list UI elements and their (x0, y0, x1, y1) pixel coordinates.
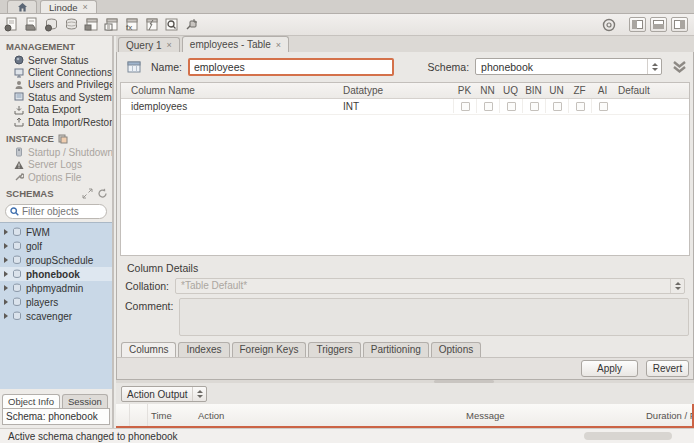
column-row-idemployees[interactable]: idemployees INT (121, 99, 689, 115)
header-bin[interactable]: BIN (522, 85, 545, 96)
schema-item-golf[interactable]: golf (0, 239, 112, 253)
toolbar-right-group (597, 16, 694, 33)
refresh-schemas-icon[interactable] (97, 188, 108, 199)
new-sql-tab-icon[interactable] (3, 16, 20, 33)
header-zf[interactable]: ZF (568, 85, 591, 96)
toggle-left-panel-button[interactable] (629, 17, 646, 32)
table-name-input[interactable] (188, 58, 394, 76)
tab-indexes[interactable]: Indexes (178, 342, 229, 357)
user-icon (14, 80, 24, 90)
schema-icon (12, 283, 22, 293)
expander-icon[interactable] (4, 271, 8, 277)
schema-item-players[interactable]: players (0, 295, 112, 309)
create-procedure-icon[interactable] (103, 16, 120, 33)
close-icon[interactable]: × (83, 2, 88, 12)
stepper-icon[interactable] (670, 279, 684, 293)
collation-select[interactable]: *Table Default* (175, 278, 685, 294)
header-nn[interactable]: NN (476, 85, 499, 96)
uq-checkbox[interactable] (507, 102, 516, 111)
tab-partitioning[interactable]: Partitioning (363, 342, 429, 357)
sidebar-item-data-export[interactable]: Data Export (0, 104, 112, 116)
create-table-icon[interactable] (63, 16, 80, 33)
comment-textarea[interactable] (179, 298, 689, 336)
sidebar-item-status-system-variables[interactable]: Status and System Variables (0, 91, 112, 103)
expander-icon[interactable] (4, 313, 8, 319)
sidebar-item-users-and-privileges[interactable]: Users and Privileges (0, 79, 112, 91)
header-uq[interactable]: UQ (499, 85, 522, 96)
collapse-chevrons-icon[interactable] (672, 60, 687, 74)
schema-select[interactable]: phonebook (475, 58, 662, 75)
expander-icon[interactable] (4, 229, 8, 235)
object-info-panel: Schema: phonebook (2, 408, 110, 425)
horizontal-scrollbar-thumb[interactable] (584, 432, 672, 440)
expander-icon[interactable] (4, 299, 8, 305)
create-schema-icon[interactable] (43, 16, 60, 33)
pk-checkbox[interactable] (461, 102, 470, 111)
expander-icon[interactable] (4, 257, 8, 263)
home-tab[interactable] (7, 0, 37, 13)
schema-filter-input[interactable] (22, 206, 100, 217)
tab-triggers[interactable]: Triggers (308, 342, 360, 357)
create-view-icon[interactable] (83, 16, 100, 33)
header-ai[interactable]: AI (591, 85, 614, 96)
sidebar-item-server-status[interactable]: Server Status (0, 54, 112, 66)
connection-tab-linode[interactable]: Linode × (40, 0, 97, 13)
header-default[interactable]: Default (614, 85, 689, 96)
mysql-workbench-window: Linode × fx (0, 0, 694, 443)
tab-columns[interactable]: Columns (121, 342, 176, 357)
schema-item-phonebook[interactable]: phonebook (0, 267, 112, 281)
sidebar-item-server-logs[interactable]: Server Logs (0, 159, 112, 171)
schema-item-phpmyadmin[interactable]: phpmyadmin (0, 281, 112, 295)
header-column-name[interactable]: Column Name (121, 85, 343, 96)
un-checkbox[interactable] (553, 102, 562, 111)
reconnect-dbms-icon[interactable] (183, 16, 200, 33)
create-function-icon[interactable]: fx (123, 16, 140, 33)
splitter-grip[interactable] (434, 380, 494, 383)
toggle-bottom-panel-button[interactable] (650, 17, 667, 32)
data-import-icon (14, 117, 24, 127)
stepper-icon[interactable] (192, 387, 206, 401)
action-output-list[interactable]: Time Action Message Duration / Fetch (116, 404, 694, 428)
header-un[interactable]: UN (545, 85, 568, 96)
stepper-icon[interactable] (647, 59, 661, 74)
tab-object-info[interactable]: Object Info (2, 394, 60, 408)
bin-checkbox[interactable] (530, 102, 539, 111)
apply-button[interactable]: Apply (581, 360, 638, 377)
schema-item-scavenger[interactable]: scavenger (0, 309, 112, 323)
create-trigger-icon[interactable] (143, 16, 160, 33)
sidebar-item-options-file[interactable]: Options File (0, 171, 112, 183)
expander-icon[interactable] (4, 285, 8, 291)
header-datatype[interactable]: Datatype (343, 85, 453, 96)
apply-revert-row: Apply Revert (117, 357, 693, 379)
output-type-select[interactable]: Action Output (121, 386, 207, 402)
header-duration-fetch[interactable]: Duration / Fetch (646, 410, 694, 421)
toggle-right-panel-button[interactable] (671, 17, 688, 32)
help-circle-icon[interactable] (600, 16, 617, 33)
close-icon[interactable]: × (167, 40, 172, 50)
expander-icon[interactable] (4, 243, 8, 249)
header-message[interactable]: Message (466, 410, 646, 421)
schema-item-fwm[interactable]: FWM (0, 225, 112, 239)
expand-schemas-icon[interactable] (82, 188, 93, 199)
schema-item-groupschedule[interactable]: groupSchedule (0, 253, 112, 267)
ai-checkbox[interactable] (599, 102, 608, 111)
nn-checkbox[interactable] (484, 102, 493, 111)
zf-checkbox[interactable] (576, 102, 585, 111)
revert-button[interactable]: Revert (646, 360, 689, 377)
tab-session[interactable]: Session (62, 394, 108, 408)
tab-foreign-keys[interactable]: Foreign Keys (232, 342, 307, 357)
header-action[interactable]: Action (198, 410, 466, 421)
open-sql-script-icon[interactable] (23, 16, 40, 33)
sidebar-item-data-import[interactable]: Data Import/Restore (0, 116, 112, 128)
tab-query-1[interactable]: Query 1 × (118, 37, 180, 52)
tab-employees-table[interactable]: employees - Table × (182, 36, 289, 52)
schema-icon (12, 297, 22, 307)
close-icon[interactable]: × (276, 40, 281, 50)
output-splitter[interactable] (116, 380, 694, 383)
sidebar-item-client-connections[interactable]: Client Connections (0, 66, 112, 78)
header-pk[interactable]: PK (453, 85, 476, 96)
tab-options[interactable]: Options (431, 342, 481, 357)
header-time[interactable]: Time (148, 410, 198, 421)
search-table-data-icon[interactable] (163, 16, 180, 33)
sidebar-item-startup-shutdown[interactable]: Startup / Shutdown (0, 146, 112, 158)
